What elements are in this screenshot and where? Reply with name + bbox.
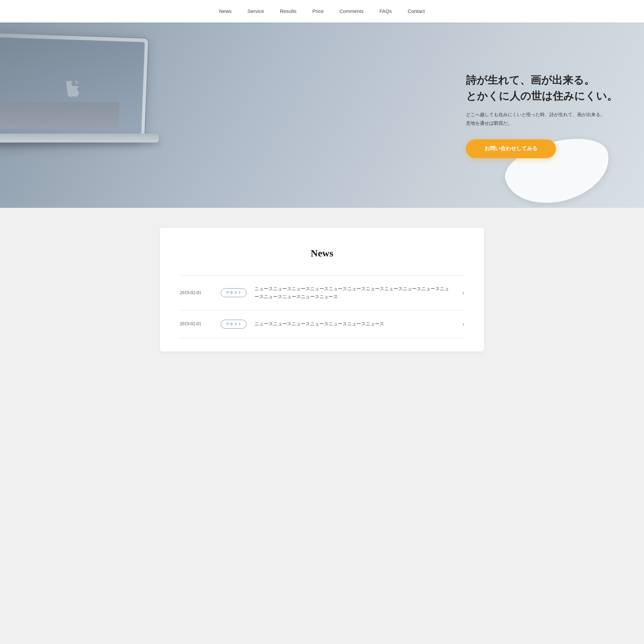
nav-link-service[interactable]: Service: [248, 8, 264, 14]
news-tag: テキスト: [221, 288, 247, 297]
nav-link-results[interactable]: Results: [280, 8, 297, 14]
news-date: 2019-02-01: [180, 321, 213, 327]
nav-link-faqs[interactable]: FAQs: [380, 8, 392, 14]
news-heading: News: [180, 248, 464, 259]
news-date: 2019-02-01: [180, 290, 213, 296]
news-arrow-icon: ›: [462, 289, 464, 296]
main-nav: NewsServiceResultsPriceCommentsFAQsConta…: [0, 0, 644, 23]
nav-link-news[interactable]: News: [219, 8, 232, 14]
hero-cta-button[interactable]: お問い合わせしてみる: [466, 139, 556, 158]
hero-subtitle: どこへ越しても住みにくいと悟った時、詩が生れて、画が出来る。意地を通せば窮屈だ。: [466, 111, 605, 127]
news-item[interactable]: 2019-02-01テキストニュースニュースニュースニュースニュースニュースニュ…: [180, 275, 464, 310]
nav-link-price[interactable]: Price: [312, 8, 324, 14]
news-list: 2019-02-01テキストニュースニュースニュースニュースニュースニュースニュ…: [180, 275, 464, 338]
news-tag: テキスト: [221, 320, 247, 329]
hero-content: 詩が生れて、画が出来る。 とかくに人の世は住みにくい。 どこへ越しても住みにくい…: [466, 72, 618, 158]
hero-title: 詩が生れて、画が出来る。 とかくに人の世は住みにくい。: [466, 72, 618, 104]
nav-link-contact[interactable]: Contact: [408, 8, 425, 14]
laptop-illustration: [0, 36, 172, 195]
news-text: ニュースニュースニュースニュースニュースニュースニュース: [254, 320, 450, 328]
news-section: News 2019-02-01テキストニュースニュースニュースニュースニュースニ…: [0, 208, 644, 378]
news-arrow-icon: ›: [462, 321, 464, 328]
hero-section: 詩が生れて、画が出来る。 とかくに人の世は住みにくい。 どこへ越しても住みにくい…: [0, 23, 644, 208]
nav-link-comments[interactable]: Comments: [340, 8, 364, 14]
news-text: ニュースニュースニュースニュースニュースニュースニュースニュースニュースニュース…: [254, 285, 450, 301]
news-card: News 2019-02-01テキストニュースニュースニュースニュースニュースニ…: [160, 228, 484, 351]
news-item[interactable]: 2019-02-01テキストニュースニュースニュースニュースニュースニュースニュ…: [180, 310, 464, 338]
